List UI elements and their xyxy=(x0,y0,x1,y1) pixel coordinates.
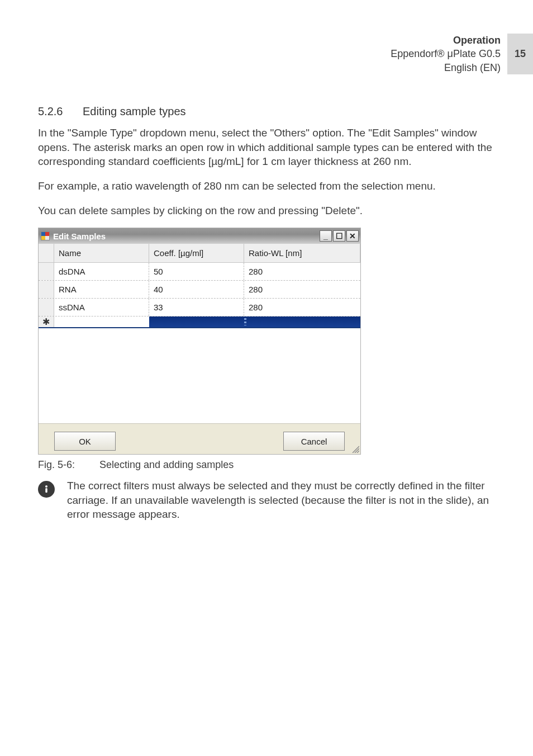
maximize-button[interactable]: ☐ xyxy=(333,230,345,242)
dialog-title: Edit Samples xyxy=(53,231,106,241)
page-number: 15 xyxy=(507,34,533,74)
table-row[interactable]: dsDNA 50 280 xyxy=(39,263,360,281)
cell-coeff[interactable]: 40 xyxy=(149,281,244,298)
col-header-coeff[interactable]: Coeff. [µg/ml] xyxy=(149,244,244,262)
svg-point-3 xyxy=(45,485,47,488)
resize-grip-icon[interactable] xyxy=(350,444,359,453)
cell-coeff-empty[interactable] xyxy=(149,316,244,327)
grid-body: dsDNA 50 280 RNA 40 280 ssDNA 33 280 xyxy=(39,263,360,423)
cell-name[interactable]: ssDNA xyxy=(54,299,149,316)
cell-ratio-empty[interactable] xyxy=(244,316,360,327)
grid-blank-area xyxy=(39,328,360,423)
section-heading: 5.2.6Editing sample types xyxy=(38,105,495,118)
svg-line-2 xyxy=(357,451,359,453)
cell-ratio[interactable]: 280 xyxy=(244,281,360,298)
page-header: Operation Eppendorf® μPlate G0.5 English… xyxy=(391,34,533,74)
info-icon xyxy=(38,481,55,498)
header-section: Operation xyxy=(391,34,501,47)
dialog-footer: OK Cancel xyxy=(39,423,360,454)
cell-name[interactable]: dsDNA xyxy=(54,263,149,280)
cell-name[interactable]: RNA xyxy=(54,281,149,298)
cell-name-empty[interactable] xyxy=(54,316,149,327)
app-icon xyxy=(41,231,50,240)
paragraph-2: For example, a ratio wavelength of 280 n… xyxy=(38,179,495,193)
titlebar[interactable]: Edit Samples _ ☐ ✕ xyxy=(39,228,360,244)
svg-rect-4 xyxy=(45,488,47,493)
paragraph-1: In the "Sample Type" dropdown menu, sele… xyxy=(38,126,495,169)
edit-samples-dialog: Edit Samples _ ☐ ✕ Name Coeff. [µg/ml] R… xyxy=(38,228,361,455)
cell-ratio[interactable]: 280 xyxy=(244,263,360,280)
col-header-ratio[interactable]: Ratio-WL [nm] xyxy=(244,244,360,262)
cell-coeff[interactable]: 50 xyxy=(149,263,244,280)
section-title: Editing sample types xyxy=(83,105,186,117)
section-number: 5.2.6 xyxy=(38,105,83,118)
asterisk-icon: ✱ xyxy=(39,316,54,327)
cell-coeff[interactable]: 33 xyxy=(149,299,244,316)
grid-header: Name Coeff. [µg/ml] Ratio-WL [nm] xyxy=(39,244,360,263)
ok-button[interactable]: OK xyxy=(54,432,116,451)
figure-caption-text: Selecting and adding samples xyxy=(99,459,234,470)
table-row[interactable]: ssDNA 33 280 xyxy=(39,299,360,316)
minimize-button[interactable]: _ xyxy=(320,230,332,242)
new-row[interactable]: ✱ xyxy=(39,316,360,328)
cell-ratio[interactable]: 280 xyxy=(244,299,360,316)
header-lang: English (EN) xyxy=(391,61,501,74)
table-row[interactable]: RNA 40 280 xyxy=(39,281,360,299)
svg-line-1 xyxy=(355,448,359,453)
paragraph-3: You can delete samples by clicking on th… xyxy=(38,204,495,218)
info-note: The correct filters must always be selec… xyxy=(38,479,495,522)
col-header-name[interactable]: Name xyxy=(54,244,149,262)
figure-caption: Fig. 5-6:Selecting and adding samples xyxy=(38,459,495,471)
figure-number: Fig. 5-6: xyxy=(38,459,99,471)
close-button[interactable]: ✕ xyxy=(346,230,359,242)
info-note-text: The correct filters must always be selec… xyxy=(67,479,495,522)
cancel-button[interactable]: Cancel xyxy=(283,432,345,451)
header-product: Eppendorf® μPlate G0.5 xyxy=(391,47,501,60)
